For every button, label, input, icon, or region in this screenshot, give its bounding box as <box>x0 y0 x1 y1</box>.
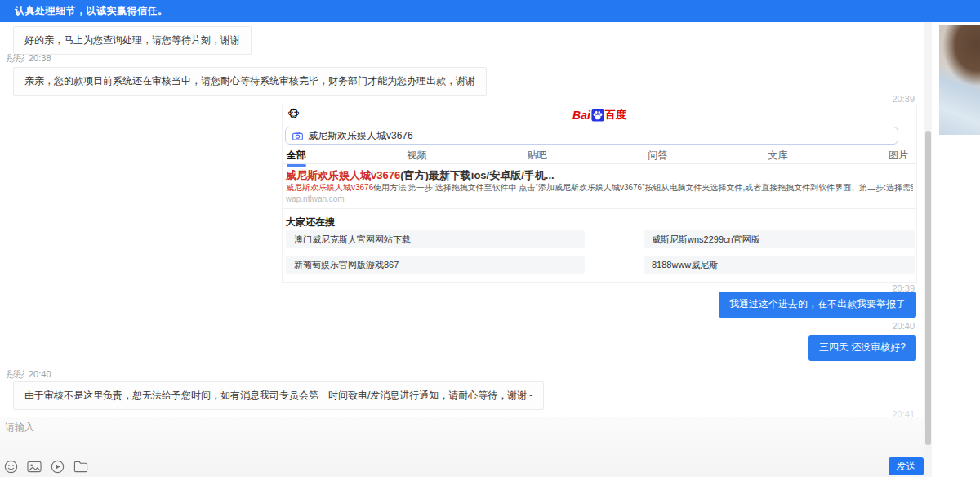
user-message-1: 我通过这个进去的，在不出款我要举报了 <box>719 292 916 318</box>
agent-avatar-photo[interactable] <box>939 25 980 135</box>
related-item: 威斯尼斯wns2299cn官网版 <box>644 230 915 248</box>
agent-message-1: 好的亲，马上为您查询处理，请您等待片刻，谢谢 <box>13 26 252 55</box>
baidu-tab-bar: 全部 视频 贴吧 问答 文库 图片 <box>285 149 910 163</box>
baidu-logo-text-bai: Bai <box>572 109 590 122</box>
related-item: 新葡萄娱乐官网版游戏867 <box>286 256 585 274</box>
baidu-paw-icon <box>591 109 604 122</box>
user-message-2: 三四天 还没审核好? <box>808 335 916 361</box>
banner-motto: 认真处理细节，以诚实赢得信任。 <box>15 4 168 18</box>
search-result-url: wap.ntlwan.com <box>286 194 345 203</box>
composer: 发送 <box>0 417 924 477</box>
related-item: 8188www威尼斯 <box>644 256 915 274</box>
related-item: 澳门威尼克斯人官网网站下载 <box>286 230 585 248</box>
agent-message-3: 由于审核不是这里负责，恕无法给予您时间，如有消息我司专员会第一时间致电/发消息进… <box>13 381 544 410</box>
related-searches-title: 大家还在搜 <box>286 216 335 230</box>
related-searches: 澳门威尼克斯人官网网站下载 威斯尼斯wns2299cn官网版 新葡萄娱乐官网版游… <box>286 230 915 274</box>
scrollbar-track[interactable] <box>924 22 932 477</box>
result-divider <box>283 208 916 209</box>
result-desc-rest: 使用方法 第一步:选择拖拽文件至软件中 点击“添加威尼斯欢乐娱人城v3676”按… <box>373 183 913 192</box>
scrollbar-thumb[interactable] <box>925 131 931 445</box>
search-result-title: 威尼斯欢乐娱人城v3676(官方)最新下载ios/安卓版/手机... <box>286 168 555 183</box>
folder-icon[interactable] <box>74 460 88 473</box>
send-button[interactable]: 发送 <box>889 457 924 475</box>
baidu-logo: Bai 百度 <box>283 108 916 123</box>
chat-area: 好的亲，马上为您查询处理，请您等待片刻，谢谢 彤彤20:38 亲亲，您的款项目前… <box>0 22 924 417</box>
camera-icon <box>292 132 303 140</box>
message-time: 20:40 <box>29 369 51 379</box>
agent-name: 彤彤 <box>7 53 24 63</box>
result-desc-highlight: 威尼斯欢乐娱人城v3676 <box>286 183 373 192</box>
baidu-logo-text-du: 百度 <box>605 108 626 123</box>
timestamp-user-message-2: 20:40 <box>892 321 915 331</box>
agent-label-1: 彤彤20:38 <box>7 52 51 65</box>
tab-all: 全部 <box>285 149 308 163</box>
composer-toolbar <box>4 460 88 474</box>
emoji-icon[interactable] <box>4 460 18 474</box>
screenshot-header: 🐵 Bai 百度 <box>283 105 916 125</box>
video-icon[interactable] <box>51 460 65 474</box>
agent-label-2: 彤彤20:40 <box>7 368 51 381</box>
image-icon[interactable] <box>27 460 42 474</box>
tab-qa: 问答 <box>646 149 669 163</box>
baidu-search-box: 威尼斯欢乐娱人城v3676 <box>285 127 898 145</box>
message-time: 20:38 <box>29 53 51 63</box>
result-title-highlight: 威尼斯欢乐娱人城v3676 <box>286 169 400 181</box>
search-result-description: 威尼斯欢乐娱人城v3676使用方法 第一步:选择拖拽文件至软件中 点击“添加威尼… <box>286 182 913 194</box>
chat-window: 认真处理细节，以诚实赢得信任。 好的亲，马上为您查询处理，请您等待片刻，谢谢 彤… <box>0 0 980 477</box>
tab-video: 视频 <box>405 149 428 163</box>
message-input[interactable] <box>5 421 740 453</box>
tab-divider <box>283 163 916 164</box>
timestamp-image-message: 20:39 <box>892 94 915 104</box>
baidu-screenshot-image[interactable]: 🐵 Bai 百度 <box>282 105 917 283</box>
tab-images: 图片 <box>887 149 910 163</box>
tab-wenku: 文库 <box>767 149 790 163</box>
result-title-rest: (官方)最新下载ios/安卓版/手机... <box>400 169 555 181</box>
top-banner: 认真处理细节，以诚实赢得信任。 <box>0 0 980 22</box>
search-query-text: 威尼斯欢乐娱人城v3676 <box>308 129 413 143</box>
agent-name: 彤彤 <box>7 369 24 379</box>
agent-message-2: 亲亲，您的款项目前系统还在审核当中，请您耐心等待系统审核完毕，财务部门才能为您办… <box>13 67 487 96</box>
tab-tieba: 贴吧 <box>526 149 549 163</box>
